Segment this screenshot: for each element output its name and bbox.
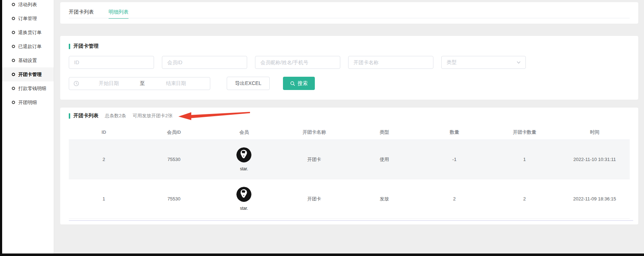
member-avatar [236,187,251,202]
tab-label: 明细列表 [109,9,129,15]
red-annotation-arrow [178,111,250,120]
id-input[interactable] [69,56,154,69]
tab-groupcard-list[interactable]: 开团卡列表 [69,6,94,19]
sidebar-item-return-exchange-orders[interactable]: 退换货订单 [2,25,54,39]
column-header: 数量 [419,129,490,136]
cell-time: 2022-11-10 10:31:11 [559,157,630,162]
cell-card-name: 开团卡 [279,196,349,202]
title-accent-bar [69,113,70,119]
tab-bar: 开团卡列表 明细列表 [69,6,630,19]
cell-card-count: 2 [490,196,560,202]
circle-icon [12,45,15,48]
member-avatar [236,147,251,162]
available-cards-text: 可用发放开团卡2张 [133,113,172,119]
export-excel-button[interactable]: 导出EXCEL [227,77,270,90]
tab-label: 开团卡列表 [69,9,94,15]
member-info-input[interactable] [255,56,340,69]
sidebar-item-activity-list[interactable]: 活动列表 [2,0,54,11]
table-row: 1 75530 star. 开团卡 发放 2 2 2022-11-09 18:3… [69,179,630,219]
sidebar: 活动列表 订单管理 退换货订单 已退款订单 基础设置 开团卡管理 打款零钱明细 [2,0,54,253]
table-title-text: 开团卡列表 [73,113,98,119]
sidebar-item-refunded-orders[interactable]: 已退款订单 [2,39,54,53]
cell-id: 1 [69,196,139,202]
circle-icon [12,59,15,62]
table-card: 开团卡列表 总条数2条 可用发放开团卡2张 ID 会员ID 会员 开团卡名称 类… [60,108,638,224]
cell-member: star. [209,187,279,211]
member-id-input[interactable] [162,56,247,69]
sidebar-item-label: 已退款订单 [18,43,42,50]
column-header: 会员 [209,129,279,136]
sidebar-item-label: 打款零钱明细 [18,85,46,92]
cell-type: 使用 [349,156,419,163]
tab-divider [69,18,630,18]
sidebar-menu: 活动列表 订单管理 退换货订单 已退款订单 基础设置 开团卡管理 打款零钱明细 [2,0,54,109]
sidebar-item-group-detail[interactable]: 开团明细 [2,95,54,109]
window-bottom-edge [0,253,644,256]
tabs-card: 开团卡列表 明细列表 [60,2,638,24]
type-select[interactable]: 类型 [441,56,526,69]
cell-time: 2022-11-09 18:36:15 [559,196,630,202]
sidebar-item-label: 基础设置 [18,57,37,64]
table-section-title: 开团卡列表 总条数2条 可用发放开团卡2张 [69,113,630,119]
cell-member-id: 75530 [139,157,209,162]
table-row: 2 75530 star. 开团卡 使用 -1 1 2022-11-10 10:… [69,140,630,179]
sidebar-item-order-management[interactable]: 订单管理 [2,11,54,25]
window-left-edge [0,0,2,256]
sidebar-item-label: 退换货订单 [18,29,42,36]
card-name-input[interactable] [348,56,433,69]
tab-detail-list[interactable]: 明细列表 [109,6,129,19]
column-header: 时间 [559,129,630,136]
circle-icon [12,31,15,34]
title-accent-bar [69,44,70,49]
filter-card: 开团卡管理 类型 开始日期 至 结束日期 [60,36,638,100]
type-select-placeholder: 类型 [447,59,457,66]
horizontal-scrollbar-track[interactable] [69,220,633,221]
column-header: 类型 [349,129,419,136]
column-header: 开团卡名称 [279,129,349,136]
column-header: 开团卡数量 [490,129,560,136]
circle-icon [12,17,15,20]
start-date-placeholder: 开始日期 [79,80,139,87]
column-header: ID [69,129,139,135]
column-header: 会员ID [139,129,209,136]
member-name: star. [240,166,248,171]
cell-member: star. [209,147,279,171]
chevron-down-icon [516,60,521,65]
clock-icon [73,81,79,86]
cell-type: 发放 [349,196,419,202]
cell-quantity: -1 [419,157,490,162]
search-button[interactable]: 搜索 [283,77,315,90]
cell-member-id: 75530 [139,196,209,202]
cell-card-count: 1 [490,157,560,162]
circle-icon [12,73,15,76]
sidebar-item-label: 订单管理 [18,15,37,22]
cell-card-name: 开团卡 [279,156,349,163]
filter-title-text: 开团卡管理 [73,43,98,49]
cell-id: 2 [69,157,139,162]
cell-quantity: 2 [419,196,490,202]
circle-icon [12,101,15,104]
filter-row-1: 类型 [69,56,630,69]
circle-icon [12,3,15,6]
filter-row-2: 开始日期 至 结束日期 导出EXCEL 搜索 [69,77,630,90]
search-icon [290,81,295,86]
circle-icon [12,87,15,90]
end-date-placeholder: 结束日期 [146,80,206,87]
sidebar-item-label: 活动列表 [18,1,37,8]
table-header-row: ID 会员ID 会员 开团卡名称 类型 数量 开团卡数量 时间 [69,125,630,140]
sidebar-item-payout-change-detail[interactable]: 打款零钱明细 [2,81,54,95]
filter-section-title: 开团卡管理 [69,43,630,49]
member-name: star. [240,206,248,211]
sidebar-item-basic-settings[interactable]: 基础设置 [2,53,54,67]
date-range-picker[interactable]: 开始日期 至 结束日期 [69,77,210,90]
sidebar-item-label: 开团明细 [18,99,37,106]
sidebar-item-groupcard-management[interactable]: 开团卡管理 [2,67,54,81]
total-count-text: 总条数2条 [105,113,126,119]
search-button-label: 搜索 [298,80,308,87]
sidebar-item-label: 开团卡管理 [18,71,42,78]
main-content: 开团卡列表 明细列表 开团卡管理 类型 [54,0,644,253]
date-separator: 至 [139,80,146,87]
